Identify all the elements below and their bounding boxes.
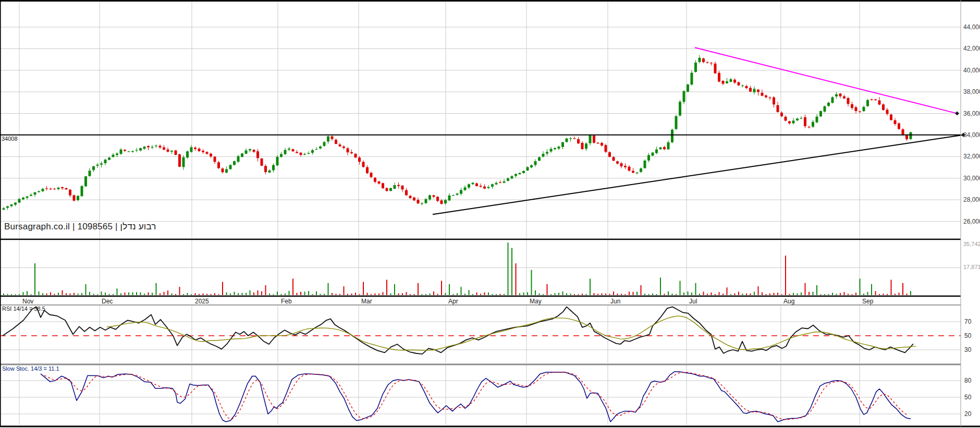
month-axis-label: Jul — [689, 298, 697, 304]
stoch-axis-label: 80 — [964, 377, 971, 384]
price-axis-label: 30,000 — [963, 175, 980, 181]
price-axis-label: 36,000 — [963, 111, 980, 117]
rsi-axis-label: 50 — [964, 333, 971, 339]
stoch-axis-label: 50 — [964, 394, 971, 400]
price-axis-label: 34,000 — [963, 132, 980, 138]
last-price-quote-label: 34008 — [1, 136, 18, 142]
volume-axis-label: 17,871 — [963, 264, 980, 270]
month-axis-label: Sep — [862, 298, 873, 304]
stoch-axis-label: 20 — [964, 411, 971, 417]
month-axis-label: Aug — [783, 298, 794, 304]
rsi-axis-label: 30 — [964, 347, 971, 353]
month-axis-label: Mar — [361, 298, 372, 304]
price-axis-label: 38,000 — [963, 89, 980, 95]
watermark-title: Bursagraph.co.il | 1098565 | רבוע נדלן — [4, 222, 156, 231]
month-axis-label: May — [530, 298, 542, 304]
month-axis-label: Jun — [610, 298, 620, 304]
price-axis-label: 44,000 — [963, 24, 980, 30]
chart-canvas[interactable] — [0, 0, 980, 428]
price-axis-label: 26,000 — [963, 218, 980, 225]
price-axis-label: 40,000 — [963, 67, 980, 74]
month-axis-label: 2025 — [195, 298, 209, 304]
month-axis-label: Nov — [22, 298, 33, 304]
price-axis-label: 42,000 — [963, 45, 980, 52]
price-axis-label: 32,000 — [963, 153, 980, 160]
month-axis-label: Apr — [448, 298, 458, 304]
bursagraph-chart-page: 34008 Bursagraph.co.il | 1098565 | רבוע … — [0, 0, 980, 428]
price-axis-label: 28,000 — [963, 197, 980, 203]
month-axis-label: Feb — [281, 298, 292, 304]
rsi-axis-label: 70 — [964, 319, 971, 325]
rsi-panel-label: RSI 14/14 = 38.5 — [2, 306, 45, 312]
stochastic-panel-label: Slow Stoc. 14/3 = 11.1 — [2, 366, 59, 372]
month-axis-label: Dec — [102, 298, 113, 304]
volume-axis-label: 35,742 — [963, 241, 980, 247]
